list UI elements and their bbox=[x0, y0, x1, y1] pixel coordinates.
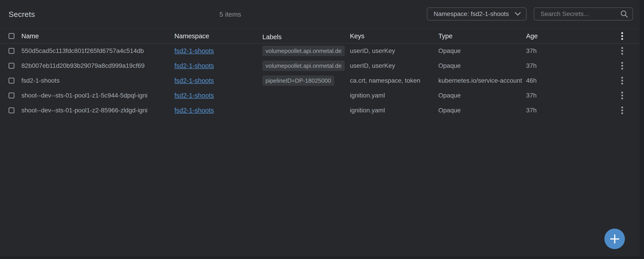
namespace-link[interactable]: fsd2-1-shoots bbox=[174, 62, 214, 69]
label-chip: volumepoollet.api.onmetal.de bbox=[262, 61, 345, 71]
secrets-page: Secrets 5 items Namespace: fsd2-1-shoots… bbox=[0, 0, 640, 256]
table-header-row: Name Namespace Labels Keys Type Age bbox=[0, 29, 640, 44]
row-actions-kebab-icon[interactable] bbox=[619, 105, 625, 116]
label-chip: pipelineID=DP-18025000 bbox=[262, 76, 334, 86]
namespace-link[interactable]: fsd2-1-shoots bbox=[174, 92, 214, 99]
secret-name: shoot--dev--sts-01-pool1-z1-5c944-5dpql-… bbox=[22, 92, 174, 99]
secret-keys: userID, userKey bbox=[350, 47, 438, 55]
table-row: shoot--dev--sts-01-pool1-z2-85966-zldgd-… bbox=[0, 103, 640, 118]
row-actions-kebab-icon[interactable] bbox=[619, 76, 625, 86]
table-row: 550d5cad5c113fdc801f265fd6757a4c514db fs… bbox=[0, 44, 640, 58]
column-header-labels: Labels bbox=[262, 32, 350, 41]
secret-keys: userID, userKey bbox=[350, 62, 438, 69]
table-row: 82b007eb11d20b93b29079a8cd999a19cf69 fsd… bbox=[0, 58, 640, 73]
table-options-kebab-icon[interactable] bbox=[619, 31, 625, 41]
chevron-down-icon bbox=[514, 12, 521, 16]
secret-keys: ignition.yaml bbox=[350, 92, 438, 99]
column-header-name: Name bbox=[22, 33, 174, 40]
namespace-link[interactable]: fsd2-1-shoots bbox=[174, 47, 214, 55]
namespace-filter-dropdown[interactable]: Namespace: fsd2-1-shoots bbox=[427, 8, 526, 21]
row-checkbox[interactable] bbox=[8, 93, 14, 98]
row-checkbox[interactable] bbox=[8, 48, 14, 54]
secret-type: Opaque bbox=[438, 47, 526, 55]
row-actions-kebab-icon[interactable] bbox=[619, 61, 625, 71]
secret-type: Opaque bbox=[438, 107, 526, 114]
column-header-namespace: Namespace bbox=[174, 33, 262, 40]
row-checkbox[interactable] bbox=[8, 78, 14, 84]
items-count: 5 items bbox=[220, 0, 241, 29]
row-actions-kebab-icon[interactable] bbox=[619, 46, 625, 56]
column-header-keys: Keys bbox=[350, 33, 438, 40]
search-input[interactable] bbox=[536, 10, 620, 18]
secret-age: 37h bbox=[526, 47, 585, 55]
label-chip: volumepoollet.api.onmetal.de bbox=[262, 46, 345, 56]
secret-age: 37h bbox=[526, 62, 585, 69]
column-header-type: Type bbox=[438, 33, 526, 40]
secret-keys: ca.crt, namespace, token bbox=[350, 77, 438, 84]
plus-icon bbox=[610, 234, 620, 244]
secret-name: fsd2-1-shoots bbox=[22, 77, 174, 84]
namespace-filter-value: Namespace: fsd2-1-shoots bbox=[434, 10, 514, 18]
namespace-link[interactable]: fsd2-1-shoots bbox=[174, 77, 214, 84]
secrets-table: Name Namespace Labels Keys Type Age 550d… bbox=[0, 29, 640, 118]
create-secret-fab-button[interactable] bbox=[604, 229, 625, 249]
namespace-link[interactable]: fsd2-1-shoots bbox=[174, 107, 214, 114]
row-actions-kebab-icon[interactable] bbox=[619, 90, 625, 101]
secret-type: Opaque bbox=[438, 62, 526, 69]
secret-name: 550d5cad5c113fdc801f265fd6757a4c514db bbox=[22, 47, 174, 55]
secret-type: kubernetes.io/service-account bbox=[438, 77, 526, 84]
top-bar: Secrets 5 items Namespace: fsd2-1-shoots bbox=[0, 0, 640, 29]
select-all-checkbox[interactable] bbox=[8, 33, 14, 39]
secret-keys: ignition.yaml bbox=[350, 107, 438, 114]
page-title: Secrets bbox=[8, 0, 35, 29]
table-row: shoot--dev--sts-01-pool1-z1-5c944-5dpql-… bbox=[0, 88, 640, 103]
secret-age: 37h bbox=[526, 107, 585, 114]
secret-age: 37h bbox=[526, 92, 585, 99]
secret-name: shoot--dev--sts-01-pool1-z2-85966-zldgd-… bbox=[22, 107, 174, 114]
row-checkbox[interactable] bbox=[8, 107, 14, 113]
search-icon[interactable] bbox=[620, 10, 628, 18]
search-box[interactable] bbox=[534, 8, 633, 21]
secret-type: Opaque bbox=[438, 92, 526, 99]
row-checkbox[interactable] bbox=[8, 63, 14, 69]
secret-age: 46h bbox=[526, 77, 585, 84]
table-row: fsd2-1-shoots fsd2-1-shoots pipelineID=D… bbox=[0, 73, 640, 88]
secret-name: 82b007eb11d20b93b29079a8cd999a19cf69 bbox=[22, 62, 174, 69]
column-header-age: Age bbox=[526, 33, 585, 40]
